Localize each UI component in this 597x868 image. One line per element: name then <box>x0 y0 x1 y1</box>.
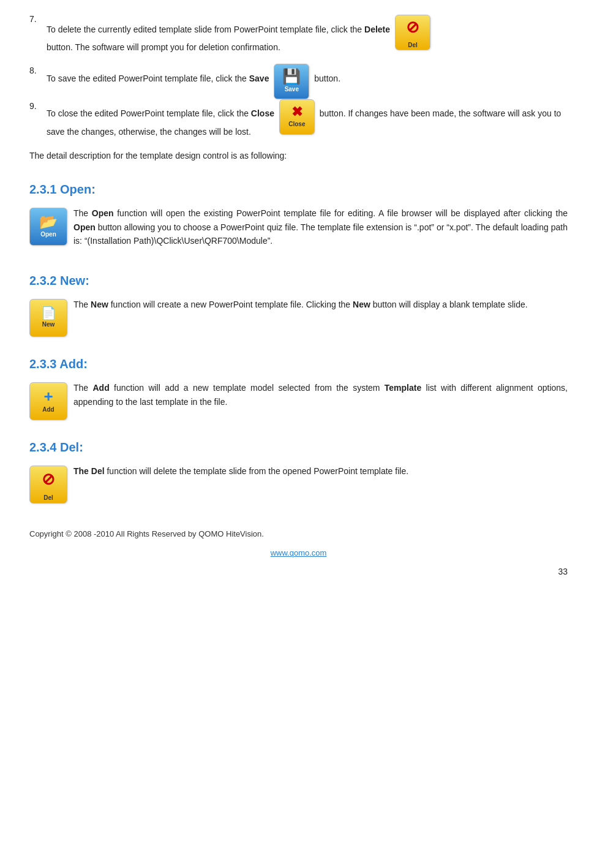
section-234-text: The Del function will delete the templat… <box>73 464 568 484</box>
section-232-text: The New function will create a new Power… <box>73 298 568 317</box>
section-231-heading: 2.3.1 Open: <box>29 179 568 199</box>
item-7-text-after: button. The software will prompt you for… <box>47 42 280 52</box>
item-9-bold: Close <box>251 108 274 118</box>
item-9: 9. To close the edited PowerPoint templa… <box>29 99 568 138</box>
footer-copyright: Copyright © 2008 -2010 All Rights Reserv… <box>29 528 568 541</box>
item-7-content: To delete the currently edited template … <box>47 12 568 54</box>
del-icon: ⊘ Del <box>395 15 430 50</box>
close-icon-label: Close <box>288 119 305 129</box>
section-232-body: 📄 New The New function will create a new… <box>29 298 568 337</box>
section-233-paragraph: The Add function will add a new template… <box>73 381 568 409</box>
item-8: 8. To save the edited PowerPoint templat… <box>29 64 568 89</box>
section-231-paragraph: The Open function will open the existing… <box>73 206 568 247</box>
close-symbol: ✖ <box>291 105 302 119</box>
del2-icon-label: Del <box>43 493 53 503</box>
new-icon-area: 📄 New <box>29 299 67 337</box>
section-233-number: 2.3.3 <box>29 357 56 371</box>
page-number: 33 <box>29 565 568 578</box>
section-232-content: 📄 New The New function will create a new… <box>29 298 568 337</box>
footer-website-link[interactable]: www.qomo.com <box>271 548 327 557</box>
footer: Copyright © 2008 -2010 All Rights Reserv… <box>29 528 568 560</box>
item-7-number: 7. <box>29 12 47 26</box>
numbered-item-9: 9. To close the edited PowerPoint templa… <box>29 99 568 138</box>
open-symbol: 📂 <box>39 214 58 229</box>
close-icon: ✖ Close <box>279 99 315 135</box>
item-8-text-after: button. <box>314 74 340 83</box>
item-8-content: To save the edited PowerPoint template f… <box>47 64 568 89</box>
add-icon: + Add <box>29 382 67 420</box>
section-231-content: 📂 Open The Open function will open the e… <box>29 206 568 254</box>
item-7-bold: Delete <box>364 25 390 34</box>
item-7-text-before: To delete the currently edited template … <box>47 25 364 34</box>
section-233-heading: 2.3.3 Add: <box>29 354 568 374</box>
open-icon-label: Open <box>40 230 56 240</box>
save-icon-label: Save <box>285 85 299 94</box>
section-233-body: + Add The Add function will add a new te… <box>29 381 568 420</box>
del2-icon-area: ⊘ Del <box>29 466 67 504</box>
intro-text: The detail description for the template … <box>29 149 568 162</box>
section-234-content: ⊘ Del The Del function will delete the t… <box>29 464 568 504</box>
numbered-item-7: 7. To delete the currently edited templa… <box>29 12 568 54</box>
new-icon-label: New <box>42 320 55 330</box>
numbered-item-8: 8. To save the edited PowerPoint templat… <box>29 64 568 89</box>
item-8-bold: Save <box>249 74 269 83</box>
section-234-paragraph: The Del function will delete the templat… <box>73 464 568 478</box>
section-234-body: ⊘ Del The Del function will delete the t… <box>29 464 568 504</box>
section-231-title: Open: <box>60 183 96 196</box>
section-233-text: The Add function will add a new template… <box>73 381 568 415</box>
new-symbol: 📄 <box>41 307 56 319</box>
del2-symbol: ⊘ <box>42 467 55 492</box>
section-231-body: 📂 Open The Open function will open the e… <box>29 206 568 254</box>
del-circle-symbol: ⊘ <box>406 15 419 40</box>
save-symbol: 💾 <box>282 69 301 84</box>
item-9-number: 9. <box>29 99 47 113</box>
add-symbol: + <box>43 388 53 404</box>
section-231-text: The Open function will open the existing… <box>73 206 568 254</box>
section-232-paragraph: The New function will create a new Power… <box>73 298 568 311</box>
item-8-number: 8. <box>29 64 47 77</box>
add-icon-area: + Add <box>29 382 67 420</box>
section-233-title: Add: <box>59 357 88 371</box>
item-8-text-before: To save the edited PowerPoint template f… <box>47 74 249 83</box>
item-9-content: To close the edited PowerPoint template … <box>47 99 568 138</box>
del2-icon: ⊘ Del <box>29 466 67 504</box>
section-231-number: 2.3.1 <box>29 183 56 196</box>
item-9-text-before: To close the edited PowerPoint template … <box>47 108 251 118</box>
section-234-heading: 2.3.4 Del: <box>29 437 568 457</box>
section-233-content: + Add The Add function will add a new te… <box>29 381 568 420</box>
item-7: 7. To delete the currently edited templa… <box>29 12 568 54</box>
add-icon-label: Add <box>42 405 54 415</box>
new-icon: 📄 New <box>29 299 67 337</box>
open-icon: 📂 Open <box>29 208 67 246</box>
section-234-number: 2.3.4 <box>29 440 56 454</box>
section-232-title: New: <box>60 274 89 287</box>
section-232-number: 2.3.2 <box>29 274 56 287</box>
save-icon: 💾 Save <box>274 64 309 99</box>
del-icon-label: Del <box>408 40 418 50</box>
section-234-title: Del: <box>60 440 83 454</box>
section-232-heading: 2.3.2 New: <box>29 271 568 290</box>
open-icon-area: 📂 Open <box>29 208 67 246</box>
